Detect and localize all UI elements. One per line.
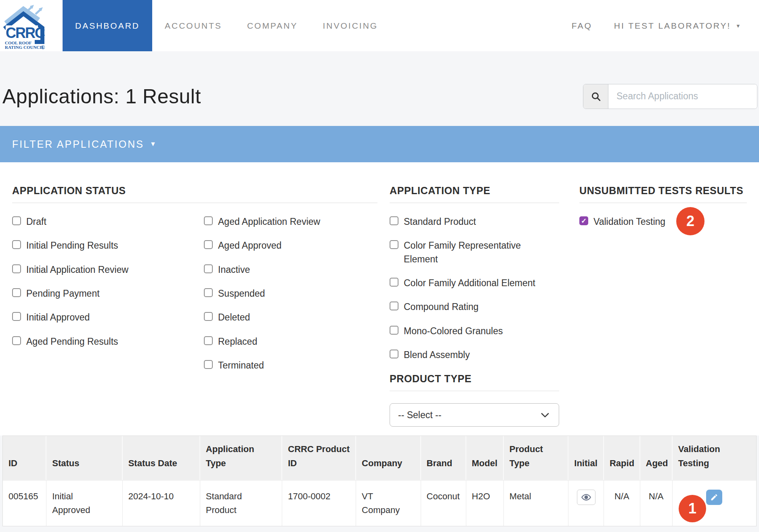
- checkbox-replaced[interactable]: Replaced: [204, 335, 320, 348]
- chevron-down-icon: ▾: [736, 22, 740, 29]
- checkbox-icon[interactable]: [12, 336, 21, 345]
- checkbox-icon[interactable]: [390, 326, 398, 335]
- checkbox-color-family-additional-element[interactable]: Color Family Additional Element: [390, 276, 559, 290]
- checkbox-icon[interactable]: [204, 288, 213, 297]
- eye-icon: [581, 492, 591, 503]
- cell-aged: N/A: [640, 480, 673, 526]
- table-header-row: ID Status Status Date Application Type C…: [3, 436, 756, 480]
- filter-applications-toggle[interactable]: FILTER APPLICATIONS ▼: [0, 126, 759, 162]
- col-header-id: ID: [3, 436, 46, 480]
- cell-rapid: N/A: [604, 480, 640, 526]
- checkbox-icon[interactable]: [204, 240, 213, 249]
- checkbox-draft[interactable]: Draft: [12, 215, 204, 228]
- applications-table: ID Status Status Date Application Type C…: [2, 436, 757, 526]
- search-input[interactable]: [608, 84, 757, 109]
- search-button[interactable]: [583, 84, 608, 109]
- col-header-aged: Aged: [640, 436, 673, 480]
- checkbox-icon[interactable]: [390, 216, 398, 225]
- top-navigation: CRRC COOL ROOF RATING COUNCIL ® DASHBOAR…: [0, 0, 759, 51]
- cell-company: VT Company: [356, 480, 421, 526]
- checkbox-icon[interactable]: [204, 336, 213, 345]
- col-header-status-date: Status Date: [123, 436, 200, 480]
- application-page: CRRC COOL ROOF RATING COUNCIL ® DASHBOAR…: [0, 0, 759, 532]
- checkbox-initial-approved[interactable]: Initial Approved: [12, 311, 204, 324]
- checkbox-icon[interactable]: [390, 350, 398, 358]
- checkbox-icon[interactable]: [204, 216, 213, 225]
- checkbox-aged-pending-results[interactable]: Aged Pending Results: [12, 335, 204, 348]
- checkbox-validation-testing[interactable]: ✓ Validation Testing: [579, 215, 747, 228]
- page-header: Applications: 1 Result: [0, 51, 759, 126]
- chevron-down-icon: [539, 409, 551, 421]
- cell-product-type: Metal: [504, 480, 568, 526]
- product-type-section: PRODUCT TYPE -- Select --: [390, 373, 559, 427]
- col-header-brand: Brand: [421, 436, 466, 480]
- nav-tab-dashboard[interactable]: DASHBOARD: [63, 0, 152, 51]
- cell-brand: Coconut: [421, 480, 466, 526]
- nav-tab-company[interactable]: COMPANY: [235, 0, 310, 51]
- checkbox-compound-rating[interactable]: Compound Rating: [390, 300, 559, 314]
- col-header-product-type: Product Type: [504, 436, 568, 480]
- svg-text:®: ®: [41, 45, 45, 50]
- product-type-select[interactable]: -- Select --: [390, 403, 559, 427]
- search-icon: [591, 91, 601, 102]
- checkbox-icon[interactable]: [390, 278, 398, 287]
- user-menu-label: HI TEST LABORATORY!: [614, 21, 731, 31]
- col-header-rapid: Rapid: [604, 436, 640, 480]
- checkbox-pending-payment[interactable]: Pending Payment: [12, 287, 204, 300]
- cell-application-type: Standard Product: [200, 480, 282, 526]
- checkbox-suspended[interactable]: Suspended: [204, 287, 320, 300]
- application-type-heading: APPLICATION TYPE: [390, 185, 559, 203]
- col-header-company: Company: [356, 436, 421, 480]
- filter-applications-label: FILTER APPLICATIONS: [12, 138, 144, 150]
- checkbox-blend-assembly[interactable]: Blend Assembly: [390, 348, 559, 362]
- checkbox-inactive[interactable]: Inactive: [204, 263, 320, 276]
- checkbox-initial-application-review[interactable]: Initial Application Review: [12, 263, 204, 276]
- checkbox-icon[interactable]: [12, 312, 21, 321]
- checkbox-aged-approved[interactable]: Aged Approved: [204, 239, 320, 252]
- checkbox-color-family-representative-element[interactable]: Color Family Representative Element: [390, 239, 559, 266]
- checkbox-standard-product[interactable]: Standard Product: [390, 215, 559, 228]
- application-status-heading: APPLICATION STATUS: [12, 185, 377, 203]
- edit-validation-testing-button[interactable]: [706, 490, 722, 505]
- nav-tab-invoicing[interactable]: INVOICING: [310, 0, 391, 51]
- cell-initial: [568, 480, 604, 526]
- checkbox-aged-application-review[interactable]: Aged Application Review: [204, 215, 320, 228]
- nav-tabs: DASHBOARD ACCOUNTS COMPANY INVOICING: [63, 0, 390, 51]
- checkbox-deleted[interactable]: Deleted: [204, 311, 320, 324]
- checkbox-icon[interactable]: [12, 216, 21, 225]
- product-type-selected-value: -- Select --: [398, 410, 441, 421]
- checkbox-icon[interactable]: [12, 240, 21, 249]
- view-initial-results-button[interactable]: [577, 490, 595, 505]
- crrc-logo-icon: CRRC COOL ROOF RATING COUNCIL ®: [2, 2, 48, 50]
- unsubmitted-tests-heading: UNSUBMITTED TESTS RESULTS: [579, 185, 747, 203]
- checkbox-terminated[interactable]: Terminated: [204, 359, 320, 372]
- search-applications-box: [583, 84, 757, 109]
- page-title: Applications: 1 Result: [2, 85, 201, 108]
- checkbox-icon[interactable]: [390, 302, 398, 310]
- checkbox-icon[interactable]: [12, 288, 21, 297]
- checkbox-icon[interactable]: [204, 360, 213, 369]
- cell-status: Initial Approved: [46, 480, 122, 526]
- user-menu[interactable]: HI TEST LABORATORY! ▾: [614, 21, 740, 31]
- checkbox-mono-colored-granules[interactable]: Mono-Colored Granules: [390, 325, 559, 338]
- cell-model: H2O: [466, 480, 504, 526]
- checked-checkbox-icon[interactable]: ✓: [579, 216, 588, 225]
- checkbox-icon[interactable]: [204, 312, 213, 321]
- nav-tab-accounts[interactable]: ACCOUNTS: [152, 0, 235, 51]
- col-header-model: Model: [466, 436, 504, 480]
- col-header-validation-testing: Validation Testing: [673, 436, 756, 480]
- crrc-logo[interactable]: CRRC COOL ROOF RATING COUNCIL ®: [0, 0, 63, 51]
- annotation-marker-1: 1: [679, 495, 706, 522]
- col-header-initial: Initial: [568, 436, 604, 480]
- checkbox-icon[interactable]: [390, 240, 398, 249]
- checkbox-icon[interactable]: [12, 264, 21, 273]
- status-checkbox-column-1: Draft Initial Pending Results Initial Ap…: [12, 215, 204, 383]
- nav-right: FAQ HI TEST LABORATORY! ▾: [572, 0, 759, 51]
- cell-crrc-product-id: 1700-0002: [282, 480, 356, 526]
- application-row: 005165 Initial Approved 2024-10-10 Stand…: [3, 480, 756, 526]
- checkbox-icon[interactable]: [204, 264, 213, 273]
- col-header-crrc-product-id: CRRC Product ID: [282, 436, 356, 480]
- nav-link-faq[interactable]: FAQ: [572, 21, 592, 31]
- checkbox-initial-pending-results[interactable]: Initial Pending Results: [12, 239, 204, 252]
- application-status-section: APPLICATION STATUS Draft Initial Pending…: [12, 185, 377, 383]
